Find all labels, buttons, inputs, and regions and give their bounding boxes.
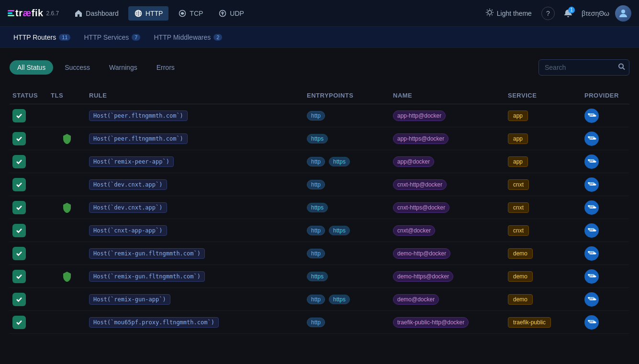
svg-line-17 [487,14,487,15]
ep-badge-https: https [307,272,328,281]
svg-line-15 [492,14,492,15]
logo-line-1 [8,10,14,11]
table-row[interactable]: Host(`remix-peer-app`)httphttpsapp@docke… [10,150,629,173]
row-2-entrypoints: httphttps [304,157,390,166]
row-1-status [10,132,48,145]
notification-button[interactable]: 1 [561,6,576,21]
logo-line-2 [8,12,12,14]
nav-tcp-label: TCP [190,10,203,17]
search-container [538,59,629,76]
filter-success[interactable]: Success [57,60,98,75]
table-row[interactable]: Host(`remix-gun-app`)httphttpsdemo@docke… [10,288,629,311]
table-row[interactable]: Host(`peer.fltngmmth.com`)httpsapp-https… [10,127,629,150]
name-badge: app-http@docker [393,110,446,121]
row-0-status [10,109,48,122]
tls-shield-icon [62,202,72,213]
sub-nav-routers[interactable]: HTTP Routers 11 [8,31,76,44]
svg-line-16 [492,10,492,10]
row-2-name: app@docker [390,156,505,167]
docker-icon [584,292,599,307]
brand-name-ae: æ [22,8,31,19]
ep-badge-https: https [329,295,350,304]
service-badge: cnxt [508,202,529,213]
status-check-icon [12,201,26,214]
brand-name-trae: tr [15,8,22,19]
ep-badge-https: https [307,203,328,212]
table-row[interactable]: Host(`mou65pf.proxy.fltngmmth.com`)httpt… [10,311,629,334]
table-row[interactable]: Host(`remix-gun.fltngmmth.com`)httpsdemo… [10,265,629,288]
nav-right: Light theme ? 1 βτεσηΘω [482,5,631,22]
row-4-entrypoints: https [304,203,390,212]
row-5-provider [582,223,629,238]
row-9-entrypoints: http [304,318,390,327]
docker-icon [584,132,599,146]
rule-badge: Host(`mou65pf.proxy.fltngmmth.com`) [89,317,219,328]
rule-badge: Host(`remix-gun.fltngmmth.com`) [89,271,205,282]
docker-icon [584,223,599,238]
docker-icon [584,154,599,169]
row-9-status [10,316,48,329]
filter-warnings[interactable]: Warnings [101,60,145,75]
sub-nav-services[interactable]: HTTP Services 7 [78,31,146,44]
nav-udp[interactable]: UDP [213,6,250,21]
table-row[interactable]: Host(`remix-gun.fltngmmth.com`)httpdemo-… [10,242,629,265]
table-row[interactable]: Host(`dev.cnxt.app`)httpcnxt-http@docker… [10,173,629,196]
nav-dashboard[interactable]: Dashboard [68,6,124,21]
col-service: Service [505,92,582,99]
rule-badge: Host(`dev.cnxt.app`) [89,179,167,190]
help-icon[interactable]: ? [541,7,555,20]
ep-badge-https: https [329,226,350,235]
name-badge: app@docker [393,156,434,167]
status-check-icon [12,224,26,237]
status-check-icon [12,178,26,191]
table-row[interactable]: Host(`cnxt-app-app`)httphttpscnxt@docker… [10,219,629,242]
col-tls: TLS [48,92,86,99]
row-7-provider [582,269,629,284]
svg-line-14 [487,10,487,10]
col-name: Name [390,92,505,99]
row-4-status [10,201,48,214]
row-2-status [10,155,48,168]
row-5-status [10,224,48,237]
row-5-entrypoints: httphttps [304,226,390,235]
ep-badge-http: http [307,111,325,121]
filter-errors[interactable]: Errors [149,60,182,75]
table-row[interactable]: Host(`peer.fltngmmth.com`)httpapp-http@d… [10,104,629,127]
sub-nav-middlewares[interactable]: HTTP Middlewares 2 [148,31,228,44]
row-0-provider [582,109,629,123]
tls-shield-icon [62,133,72,144]
user-avatar[interactable] [615,5,631,22]
table: Status TLS Rule Entrypoints Name Service… [10,87,629,334]
row-6-provider [582,246,629,261]
nav-tcp[interactable]: TCP [172,6,209,21]
ep-badge-http: http [307,180,325,189]
row-5-name: cnxt@docker [390,225,505,236]
row-1-provider [582,132,629,146]
name-badge: demo-http@docker [393,248,450,259]
sub-nav-routers-label: HTTP Routers [13,33,56,41]
brand: træfik 2.6.7 [8,8,59,19]
row-7-service: demo [505,271,582,282]
theme-toggle[interactable]: Light theme [482,6,536,20]
status-check-icon [12,109,26,122]
search-button[interactable] [618,63,626,72]
notification-badge: 1 [568,7,575,13]
row-8-rule: Host(`remix-gun-app`) [86,294,304,305]
row-3-service: cnxt [505,179,582,190]
nav-http[interactable]: HTTP [128,6,169,21]
nav-http-label: HTTP [146,10,163,17]
svg-line-20 [623,68,625,70]
table-row[interactable]: Host(`dev.cnxt.app`)httpscnxt-https@dock… [10,196,629,219]
row-8-name: demo@docker [390,294,505,305]
row-2-service: app [505,156,582,167]
row-7-entrypoints: https [304,272,390,281]
col-provider: Provider [582,92,629,99]
row-9-rule: Host(`mou65pf.proxy.fltngmmth.com`) [86,317,304,328]
row-3-status [10,178,48,191]
filter-all-status[interactable]: All Status [10,60,53,75]
home-icon [74,9,83,18]
search-input[interactable] [538,59,629,76]
tls-shield-icon [62,271,72,282]
sub-nav: HTTP Routers 11 HTTP Services 7 HTTP Mid… [0,27,639,48]
col-rule: Rule [86,92,304,99]
